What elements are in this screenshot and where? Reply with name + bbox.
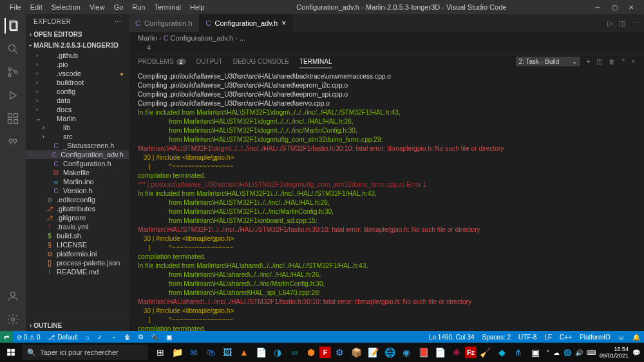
split-editor-icon[interactable]: ◫ bbox=[619, 19, 625, 28]
open-editors-section[interactable]: ›OPEN EDITORS bbox=[26, 29, 129, 40]
scm-icon[interactable] bbox=[5, 64, 21, 80]
pio-serial-icon[interactable]: 🔌 bbox=[147, 334, 162, 341]
help-menu[interactable]: Help bbox=[185, 3, 209, 11]
tree-item[interactable]: ⎇.gitattributes bbox=[26, 204, 129, 213]
more-tab-icon[interactable]: ⋯ bbox=[632, 19, 639, 28]
tree-item[interactable]: ››config bbox=[26, 87, 129, 96]
tray-sound-icon[interactable]: 🔊 bbox=[575, 349, 583, 356]
spaces[interactable]: Spaces: 2 bbox=[478, 334, 515, 341]
extensions-icon[interactable] bbox=[5, 111, 21, 126]
tray-notifications-icon[interactable]: 💬 bbox=[632, 349, 640, 356]
terminal-output[interactable]: Compiling .pio\build\alfawise_U30\src\sr… bbox=[129, 70, 644, 331]
app-vlc-icon[interactable]: ▲ bbox=[236, 344, 252, 361]
edit-menu[interactable]: Edit bbox=[26, 3, 47, 11]
tree-item[interactable]: {}process-palette.json bbox=[26, 258, 129, 267]
tree-item[interactable]: ››.github bbox=[26, 51, 129, 60]
app-vscode-icon[interactable]: ⋔ bbox=[510, 344, 527, 361]
tree-item[interactable]: ⌄›Marlin bbox=[26, 114, 129, 123]
settings-icon[interactable] bbox=[5, 312, 21, 327]
tree-item[interactable]: CVersion.h bbox=[26, 186, 129, 195]
tray-network-icon[interactable]: 🌐 bbox=[564, 349, 571, 356]
run-menu[interactable]: Run bbox=[128, 3, 149, 11]
tree-item[interactable]: $build.sh bbox=[26, 231, 129, 240]
tree-item[interactable]: CConfiguration.h bbox=[26, 159, 129, 168]
project-section[interactable]: ›MARLIN-2.0.5.3-LONGER3D bbox=[26, 40, 129, 51]
split-terminal-icon[interactable]: ◫ bbox=[596, 58, 602, 65]
problems-tab[interactable]: PROBLEMS2 bbox=[138, 55, 186, 68]
tree-item[interactable]: ››src bbox=[26, 132, 129, 141]
tree-item[interactable]: ››lib bbox=[26, 123, 129, 132]
tree-item[interactable]: ››data bbox=[26, 96, 129, 105]
pio-clean-icon[interactable]: 🗑 bbox=[120, 334, 135, 341]
app-ccleaner-icon[interactable]: 🧹 bbox=[477, 344, 493, 361]
more-icon[interactable]: ⋯ bbox=[115, 18, 122, 25]
tab-configuration-h[interactable]: CConfiguration.h bbox=[129, 14, 200, 32]
pio-test-icon[interactable]: ⧉ bbox=[135, 333, 147, 341]
app-writer-icon[interactable]: 📄 bbox=[252, 344, 269, 361]
breadcrumb[interactable]: Marlin› CConfiguration_adv.h› ... bbox=[129, 32, 644, 44]
terminal-tab[interactable]: TERMINAL bbox=[299, 55, 332, 68]
platformio-status[interactable]: PlatformIO bbox=[576, 334, 614, 341]
tree-item[interactable]: ∞Marlin.ino bbox=[26, 177, 129, 186]
close-panel-icon[interactable]: × bbox=[631, 58, 635, 65]
app-gear-icon[interactable]: ⚙ bbox=[331, 344, 348, 361]
tree-item[interactable]: ››docs bbox=[26, 105, 129, 114]
tree-item[interactable]: CConfiguration_adv.h bbox=[26, 150, 129, 159]
pio-terminal-icon[interactable]: ▣ bbox=[162, 334, 176, 341]
output-tab[interactable]: OUTPUT bbox=[196, 55, 223, 68]
tree-item[interactable]: ››.vscode● bbox=[26, 69, 129, 78]
errors-indicator[interactable]: ⊘ 0 ⚠ 0 bbox=[13, 334, 44, 341]
eol[interactable]: LF bbox=[540, 334, 556, 341]
feedback-icon[interactable]: ☺ bbox=[614, 334, 629, 341]
terminal-task-select[interactable]: 2: Task - Build⌄ bbox=[516, 57, 580, 66]
app-terminal-icon[interactable]: ▣ bbox=[527, 344, 544, 361]
app-photos-icon[interactable]: 🖼 bbox=[219, 344, 236, 361]
app-unknown1-icon[interactable]: ◆ bbox=[493, 344, 510, 361]
task-view-icon[interactable]: ⊞ bbox=[152, 344, 169, 361]
minimize-icon[interactable]: ─ bbox=[594, 3, 601, 11]
run-tab-icon[interactable]: ▷ bbox=[607, 19, 612, 28]
app-cura-icon[interactable]: ◑ bbox=[269, 344, 286, 361]
tray-cloud-icon[interactable]: ☁ bbox=[553, 349, 560, 356]
app-chrome-icon[interactable]: 🌐 bbox=[381, 344, 398, 361]
terminal-menu[interactable]: Terminal bbox=[150, 3, 186, 11]
app-filezilla-icon[interactable]: Fz bbox=[465, 347, 477, 358]
git-branch[interactable]: ⎇ Default bbox=[44, 334, 81, 341]
tree-item[interactable]: C_Statusscreen.h bbox=[26, 141, 129, 150]
pio-upload-icon[interactable]: → bbox=[106, 334, 120, 341]
tree-item[interactable]: ››.pio bbox=[26, 60, 129, 69]
tab-configuration-adv-h[interactable]: CConfiguration_adv.h× bbox=[200, 14, 294, 32]
tree-item[interactable]: ⚙platformio.ini bbox=[26, 249, 129, 258]
app-notepad-icon[interactable]: 📝 bbox=[365, 344, 381, 361]
pio-home-icon[interactable]: ⌂ bbox=[82, 334, 93, 341]
tree-item[interactable]: MMakefile bbox=[26, 168, 129, 177]
tree-item[interactable]: §LICENSE bbox=[26, 240, 129, 249]
tree-item[interactable]: ⚙.editorconfig bbox=[26, 195, 129, 204]
app-edge-icon[interactable]: ◉ bbox=[398, 344, 415, 361]
search-icon[interactable] bbox=[5, 41, 21, 57]
app-3d-icon[interactable]: ⬢ bbox=[303, 344, 319, 361]
notifications-icon[interactable]: 🔔 bbox=[629, 334, 644, 341]
close-icon[interactable]: ✕ bbox=[627, 3, 635, 11]
editor-content[interactable]: 4 bbox=[129, 44, 644, 53]
tray-lang-icon[interactable]: ⌨ bbox=[587, 349, 596, 356]
app-f-icon[interactable]: F bbox=[319, 347, 331, 358]
go-menu[interactable]: Go bbox=[109, 3, 128, 11]
language[interactable]: C++ bbox=[556, 334, 576, 341]
remote-indicator[interactable]: ⇄ bbox=[0, 331, 13, 343]
start-button[interactable] bbox=[0, 343, 22, 362]
app-pdf-icon[interactable]: 📕 bbox=[415, 344, 431, 361]
taskbar-clock[interactable]: 16:5409/01/2021 bbox=[600, 346, 629, 359]
app-arduino-icon[interactable]: ∞ bbox=[286, 344, 303, 361]
app-pi-icon[interactable]: ❋ bbox=[448, 344, 465, 361]
close-tab-icon[interactable]: × bbox=[281, 19, 286, 28]
line-col[interactable]: Ln 1490, Col 34 bbox=[425, 334, 478, 341]
app-box-icon[interactable]: 📦 bbox=[348, 344, 365, 361]
platformio-icon[interactable] bbox=[5, 134, 21, 149]
encoding[interactable]: UTF-8 bbox=[515, 334, 540, 341]
outline-section[interactable]: ›OUTLINE bbox=[26, 319, 129, 331]
tree-item[interactable]: !.travis.yml bbox=[26, 222, 129, 231]
maximize-panel-icon[interactable]: ^ bbox=[621, 58, 625, 65]
tree-item[interactable]: ⎇.gitignore bbox=[26, 213, 129, 222]
trash-icon[interactable]: 🗑 bbox=[609, 58, 615, 65]
